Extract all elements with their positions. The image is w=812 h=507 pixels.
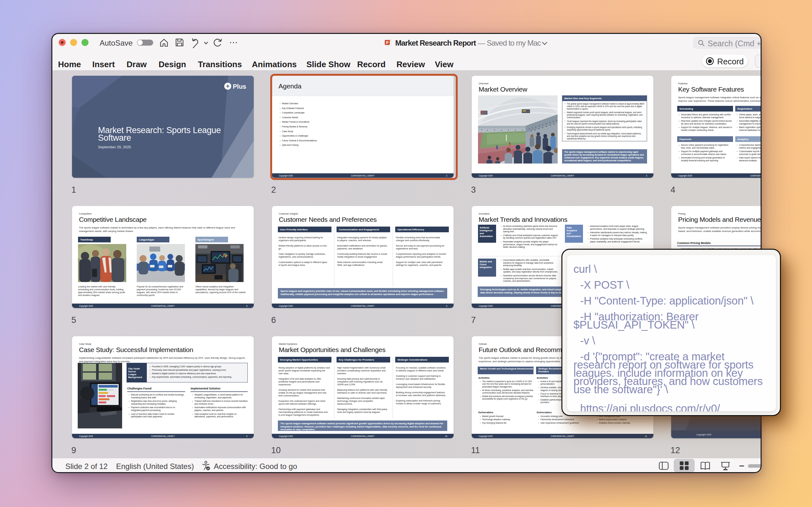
svg-text:Plus: Plus <box>233 83 246 90</box>
svg-text:+: + <box>226 83 230 90</box>
svg-text:P: P <box>386 41 389 45</box>
